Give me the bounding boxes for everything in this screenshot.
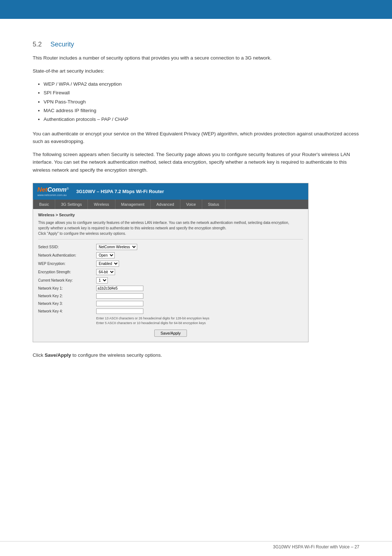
breadcrumb: Wireless > Security [38,213,303,217]
enc-strength-select[interactable]: 64-bit [96,269,115,275]
nav-basic[interactable]: Basic [33,200,55,209]
logo-url: www.netcomm.com.au [37,193,69,197]
list-item: WEP / WPA / WPA2 data encryption [44,80,359,89]
save-btn-row: Save/Apply [38,330,303,337]
page-footer: 3G10WV HSPA Wi-Fi Router with Voice – 27 [0,541,392,549]
form-row-key4: Network Key 4: [38,308,303,314]
footer-page-number: 3G10WV HSPA Wi-Fi Router with Voice – 27 [273,544,359,549]
footer-pagenum: 27 [355,544,359,549]
logo-comm: Comm [47,186,66,193]
nav-wireless[interactable]: Wireless [88,200,115,209]
save-apply-button[interactable]: Save/Apply [154,330,187,337]
logo-net: Net [37,186,47,193]
router-header: NetComm® www.netcomm.com.au 3G10WV – HSP… [33,183,308,200]
form-row-cur-key: Current Network Key: 1 [38,277,303,283]
intro-text-2: State-of-the art security includes: [33,67,359,75]
cur-key-value: 1 [96,277,108,283]
form-row-ssid: Select SSID: NetComm Wireless [38,244,303,250]
key3-input[interactable] [96,301,143,306]
wep-select[interactable]: Enabled [96,261,119,267]
product-name: 3G10WV – HSPA 7.2 Mbps Wi-Fi Router [76,189,164,194]
enc-strength-label: Encryption Strength: [38,270,96,274]
auth-value: Open [96,252,115,258]
form-row-key2: Network Key 2: [38,293,303,299]
key2-input[interactable] [96,293,143,299]
list-item: VPN Pass-Through [44,98,359,106]
list-item: MAC address IP filtering [44,106,359,115]
page-content: 5.2 Security This Router includes a numb… [0,19,392,387]
auth-select[interactable]: Open [96,252,115,258]
save-apply-bold: Save/Apply [45,352,71,358]
footer-product: 3G10WV HSPA Wi-Fi Router with Voice [273,544,350,549]
wep-value: Enabled [96,261,119,267]
form-row-key1: Network Key 1: [38,286,303,291]
list-item: SPI Firewall [44,89,359,97]
enc-strength-value: 64-bit [96,269,115,275]
router-screenshot: NetComm® www.netcomm.com.au 3G10WV – HSP… [33,183,309,342]
nav-voice[interactable]: Voice [180,200,202,209]
para2-text: The following screen appears when Securi… [33,151,359,174]
form-row-enc-strength: Encryption Strength: 64-bit [38,269,303,275]
section-heading: 5.2 Security [33,41,359,48]
footer-sep: – [350,544,354,549]
top-bar [0,0,392,19]
router-logo: NetComm® www.netcomm.com.au [37,186,69,197]
section-number: 5.2 [33,41,42,48]
router-page-desc: This page allows you to configure securi… [38,220,303,240]
form-row-auth: Network Authentication: Open [38,252,303,258]
key1-input[interactable] [96,286,143,291]
router-nav: Basic 3G Settings Wireless Management Ad… [33,200,308,209]
nav-advanced[interactable]: Advanced [151,200,180,209]
logo-text: NetComm® [37,186,69,193]
section-title: Security [50,41,74,48]
feature-list: WEP / WPA / WPA2 data encryption SPI Fir… [44,80,359,124]
ssid-label: Select SSID: [38,245,96,249]
cur-key-select[interactable]: 1 [96,277,108,283]
form-row-wep: WEP Encryption: Enabled [38,261,303,267]
cur-key-label: Current Network Key: [38,278,96,282]
footer-instruction: Click Save/Apply to configure the wirele… [33,352,359,358]
hint1: Enter 13 ASCII characters or 26 hexadeci… [96,316,209,320]
wep-label: WEP Encryption: [38,262,96,266]
intro-text-1: This Router includes a number of securit… [33,54,359,62]
key4-input[interactable] [96,308,143,314]
key1-label: Network Key 1: [38,286,96,290]
nav-3gsettings[interactable]: 3G Settings [55,200,88,209]
nav-status[interactable]: Status [202,200,225,209]
hint2: Enter 5 ASCII characters or 10 hexadecim… [96,321,206,325]
ssid-select[interactable]: NetComm Wireless [96,244,137,250]
key3-label: Network Key 3: [38,302,96,306]
logo-reg: ® [66,187,69,191]
ssid-value: NetComm Wireless [96,244,137,250]
router-body: Wireless > Security This page allows you… [33,209,308,342]
auth-label: Network Authentication: [38,253,96,257]
nav-management[interactable]: Management [115,200,151,209]
list-item: Authentication protocols – PAP / CHAP [44,115,359,124]
para1-text: You can authenticate or encrypt your ser… [33,130,359,146]
hint-text: Enter 13 ASCII characters or 26 hexadeci… [96,316,303,326]
key2-label: Network Key 2: [38,294,96,298]
form-row-key3: Network Key 3: [38,301,303,306]
key4-label: Network Key 4: [38,309,96,313]
